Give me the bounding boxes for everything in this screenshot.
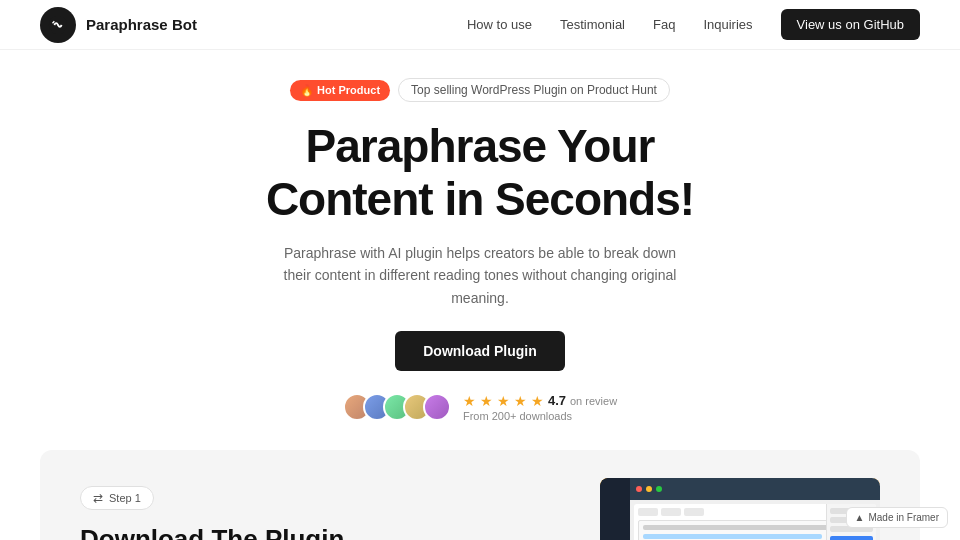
star-4-icon: ★ xyxy=(514,393,527,409)
plugin-screenshot-area: Highlight text you wish to paraphrase an… xyxy=(600,478,880,540)
avatar xyxy=(423,393,451,421)
hero-subtitle: Paraphrase with AI plugin helps creators… xyxy=(280,242,680,309)
panel-btn xyxy=(830,536,873,540)
hero-title: Paraphrase Your Content in Seconds! xyxy=(266,120,694,226)
social-proof: ★ ★ ★ ★ ★ 4.7 on review From 200+ downlo… xyxy=(343,393,617,422)
rating-info: ★ ★ ★ ★ ★ 4.7 on review From 200+ downlo… xyxy=(463,393,617,422)
badge-row: 🔥 Hot Product Top selling WordPress Plug… xyxy=(290,78,670,102)
text-line xyxy=(643,525,845,530)
text-line-highlight xyxy=(643,534,822,539)
logo-icon xyxy=(40,7,76,43)
dot-yellow xyxy=(646,486,652,492)
hot-badge: 🔥 Hot Product xyxy=(290,80,390,101)
bottom-left: ⇄ Step 1 Download The Plugin Download th… xyxy=(80,478,600,540)
nav-link-inquiries[interactable]: Inquiries xyxy=(703,17,752,32)
stars-row: ★ ★ ★ ★ ★ 4.7 on review xyxy=(463,393,617,409)
toolbar-btn xyxy=(684,508,704,516)
rating-label: on review xyxy=(570,395,617,407)
nav-links: How to use Testimonial Faq Inquiries Vie… xyxy=(467,9,920,40)
nav-link-faq[interactable]: Faq xyxy=(653,17,675,32)
product-hunt-badge: Top selling WordPress Plugin on Product … xyxy=(398,78,670,102)
plugin-content-area: Highlight text you wish to paraphrase an… xyxy=(630,478,880,540)
navbar: Paraphrase Bot How to use Testimonial Fa… xyxy=(0,0,960,50)
plugin-inner: Highlight text you wish to paraphrase an… xyxy=(600,478,880,540)
downloads-count: From 200+ downloads xyxy=(463,410,572,422)
framer-badge: ▲ Made in Framer xyxy=(846,507,948,528)
step-badge: ⇄ Step 1 xyxy=(80,486,154,510)
bottom-section: ⇄ Step 1 Download The Plugin Download th… xyxy=(40,450,920,540)
star-3-icon: ★ xyxy=(497,393,510,409)
github-button[interactable]: View us on GitHub xyxy=(781,9,920,40)
section-heading: Download The Plugin xyxy=(80,524,560,540)
dot-green xyxy=(656,486,662,492)
avatars-group xyxy=(343,393,451,421)
framer-icon: ▲ xyxy=(855,512,865,523)
plugin-header-bar xyxy=(630,478,880,500)
star-half-icon: ★ xyxy=(531,393,544,409)
nav-link-how-to-use[interactable]: How to use xyxy=(467,17,532,32)
hero-section: 🔥 Hot Product Top selling WordPress Plug… xyxy=(0,50,960,438)
toolbar-btn xyxy=(638,508,658,516)
rating-number: 4.7 xyxy=(548,393,566,408)
step-label: Step 1 xyxy=(109,492,141,504)
nav-title: Paraphrase Bot xyxy=(86,16,197,33)
star-1-icon: ★ xyxy=(463,393,476,409)
step-icon: ⇄ xyxy=(93,491,103,505)
nav-link-testimonial[interactable]: Testimonial xyxy=(560,17,625,32)
brand: Paraphrase Bot xyxy=(40,7,197,43)
plugin-sidebar xyxy=(600,478,630,540)
framer-label: Made in Framer xyxy=(868,512,939,523)
star-2-icon: ★ xyxy=(480,393,493,409)
dot-red xyxy=(636,486,642,492)
plugin-body: Highlight text you wish to paraphrase an… xyxy=(634,504,876,540)
toolbar-btn xyxy=(661,508,681,516)
download-plugin-button[interactable]: Download Plugin xyxy=(395,331,565,371)
